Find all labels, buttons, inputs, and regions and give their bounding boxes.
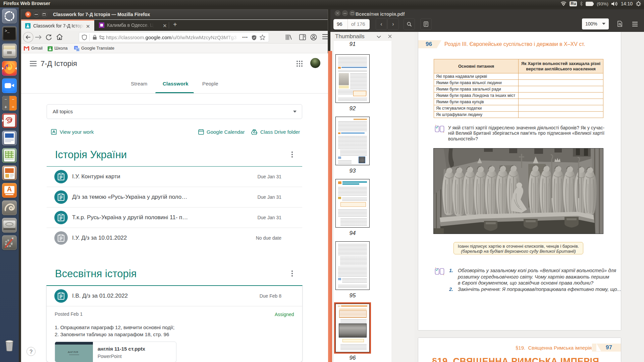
svg-text:G: G	[77, 48, 79, 51]
